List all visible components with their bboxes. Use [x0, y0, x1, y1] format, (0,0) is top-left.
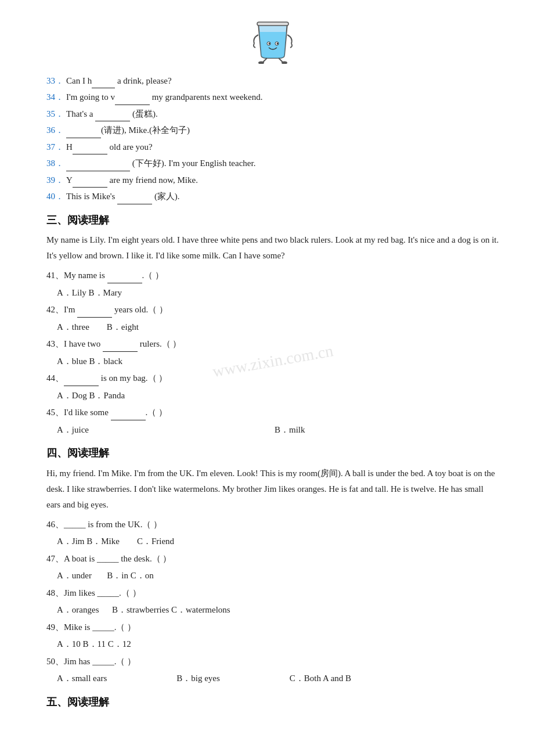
num-40: 40．: [46, 189, 64, 204]
page-wrapper: www.zixin.com.cn: [46, 12, 499, 711]
q50-opt-c: C．Both A and B: [290, 671, 351, 686]
blank-45: [111, 411, 146, 420]
item-37: 37． H old are you?: [46, 140, 499, 155]
blank-44: [64, 377, 99, 386]
q44-stem: 44、 is on my bag.（ ）: [46, 373, 167, 383]
q45-options: A．juice B．milk: [57, 423, 499, 438]
q50-opt-b: B．big eyes: [176, 671, 220, 686]
num-34: 34．: [46, 90, 64, 105]
q41-options: A．Lily B．Mary: [57, 286, 499, 301]
q45-stem: 45、I'd like some .（ ）: [46, 408, 167, 417]
blank-37: [73, 145, 107, 154]
item-40: 40． This is Mike's (家人).: [46, 189, 499, 204]
q46-opt: A．Jim B．Mike C．Friend: [57, 537, 174, 546]
text-36: (请进), Mike.(补全句子): [66, 123, 190, 138]
q46-stem: 46、_____ is from the UK.（ ）: [46, 520, 162, 529]
q46-options: A．Jim B．Mike C．Friend: [57, 534, 499, 549]
num-35: 35．: [46, 107, 64, 122]
q49-options: A．10 B．11 C．12: [57, 637, 499, 652]
section4-title: 四、阅读理解: [46, 444, 499, 462]
blank-42: [77, 308, 112, 318]
blank-35: [95, 112, 130, 121]
section3-title: 三、阅读理解: [46, 211, 499, 229]
blank-38: [66, 162, 130, 171]
drink-image-container: [46, 12, 499, 69]
blank-40: [117, 195, 152, 204]
q48-options: A．oranges B．strawberries C．watermelons: [57, 603, 499, 618]
q47-options: A．under B．in C．on: [57, 568, 499, 584]
text-40: This is Mike's (家人).: [66, 189, 180, 204]
q49: 49、Mike is _____.（ ）: [46, 620, 499, 635]
text-34: I'm going to v my grandparents next week…: [66, 90, 262, 105]
num-37: 37．: [46, 140, 64, 155]
q41: 41、My name is .（ ）: [46, 268, 499, 283]
q47: 47、A boat is _____ the desk.（ ）: [46, 552, 499, 567]
q43: 43、I have two rulers.（ ）: [46, 337, 499, 352]
section5: 五、阅读理解: [46, 693, 499, 711]
q50-options: A．small ears B．big eyes C．Both A and B: [57, 671, 499, 686]
q50-opt-a: A．small ears: [57, 671, 107, 686]
item-34: 34． I'm going to v my grandparents next …: [46, 90, 499, 105]
q43-options: A．blue B．black: [57, 354, 499, 369]
q48: 48、Jim likes _____.（ ）: [46, 586, 499, 601]
item-35: 35． That's a (蛋糕).: [46, 107, 499, 122]
text-35: That's a (蛋糕).: [66, 107, 158, 122]
svg-rect-0: [257, 22, 288, 26]
drink-icon: [250, 12, 296, 64]
q46: 46、_____ is from the UK.（ ）: [46, 517, 499, 532]
fill-blanks-section: 33． Can I h a drink, please? 34． I'm goi…: [46, 74, 499, 204]
text-39: Y are my friend now, Mike.: [66, 173, 198, 188]
q41-stem: 41、My name is .（ ）: [46, 271, 164, 280]
q50: 50、Jim has _____.（ ）: [46, 654, 499, 669]
num-33: 33．: [46, 74, 64, 89]
q44: 44、 is on my bag.（ ）: [46, 371, 499, 386]
q41-opt: A．Lily B．Mary: [57, 288, 122, 297]
section4: 四、阅读理解 Hi, my friend. I'm Mike. I'm from…: [46, 444, 499, 686]
section3: 三、阅读理解 My name is Lily. I'm eight years …: [46, 211, 499, 438]
section4-passage: Hi, my friend. I'm Mike. I'm from the UK…: [46, 466, 499, 513]
num-39: 39．: [46, 173, 64, 188]
item-38: 38． (下午好). I'm your English teacher.: [46, 156, 499, 171]
item-39: 39． Y are my friend now, Mike.: [46, 173, 499, 188]
q45-opt-b: B．milk: [275, 423, 305, 438]
q43-opt: A．blue B．black: [57, 357, 122, 366]
blank-41: [107, 274, 142, 283]
item-36: 36． (请进), Mike.(补全句子): [46, 123, 499, 138]
blank-33: [92, 79, 115, 88]
svg-point-4: [277, 43, 279, 45]
q47-opt: A．under B．in C．on: [57, 571, 154, 580]
blank-43: [103, 343, 138, 352]
text-33: Can I h a drink, please?: [66, 74, 172, 89]
item-33: 33． Can I h a drink, please?: [46, 74, 499, 89]
q49-stem: 49、Mike is _____.（ ）: [46, 622, 136, 632]
q48-stem: 48、Jim likes _____.（ ）: [46, 588, 141, 597]
section5-title: 五、阅读理解: [46, 693, 499, 711]
blank-34: [115, 96, 150, 105]
q49-opt: A．10 B．11 C．12: [57, 639, 131, 649]
q47-stem: 47、A boat is _____ the desk.（ ）: [46, 554, 171, 563]
num-38: 38．: [46, 156, 64, 171]
q42-stem: 42、I'm years old.（ ）: [46, 305, 168, 314]
q50-stem: 50、Jim has _____.（ ）: [46, 657, 136, 666]
q45: 45、I'd like some .（ ）: [46, 405, 499, 420]
q42-opt: A．three B．eight: [57, 322, 139, 332]
q43-stem: 43、I have two rulers.（ ）: [46, 339, 181, 348]
num-36: 36．: [46, 123, 64, 138]
q44-options: A．Dog B．Panda: [57, 388, 499, 404]
text-38: (下午好). I'm your English teacher.: [66, 156, 255, 171]
q44-opt: A．Dog B．Panda: [57, 391, 125, 400]
q45-opt-a: A．juice: [57, 423, 89, 438]
svg-point-3: [269, 43, 270, 45]
section3-passage: My name is Lily. I'm eight years old. I …: [46, 232, 499, 264]
q48-opt: A．oranges B．strawberries C．watermelons: [57, 605, 230, 614]
q42-options: A．three B．eight: [57, 320, 499, 335]
text-37: H old are you?: [66, 140, 153, 155]
q42: 42、I'm years old.（ ）: [46, 303, 499, 318]
blank-39: [73, 178, 107, 188]
blank-36: [66, 129, 101, 138]
